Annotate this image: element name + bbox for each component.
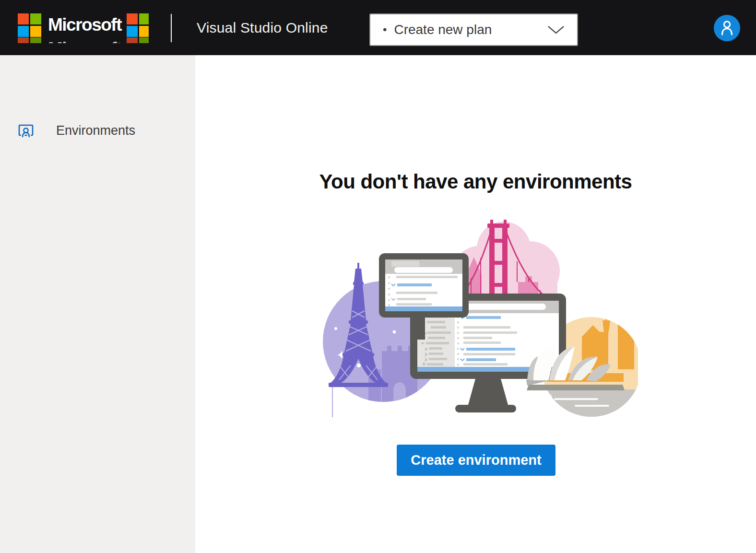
chevron-down-icon (547, 25, 565, 35)
microsoft-logo-tile: Microsoft (18, 13, 127, 37)
plan-selector-value: Create new plan (394, 22, 492, 37)
logo-square-red (18, 37, 29, 44)
logo-square-green (30, 37, 41, 44)
plan-bullet: • (383, 24, 387, 35)
microsoft-squares-icon (127, 37, 149, 44)
empty-state-illustration (312, 211, 638, 417)
logo-square-red (127, 37, 138, 44)
topbar: Microsoft Microsoft Microsoft Microsoft … (0, 0, 756, 55)
microsoft-squares-icon (127, 13, 149, 37)
create-environment-button[interactable]: Create environment Create environment (397, 445, 555, 476)
sidebar-item-label: Environments (56, 123, 135, 138)
microsoft-squares-icon (18, 13, 41, 37)
microsoft-logo-tile-repeat: Microsoft (127, 13, 149, 37)
logo-square-yellow (139, 26, 149, 37)
logo-square-green (139, 37, 149, 44)
microsoft-wordmark: Microsoft (48, 38, 121, 43)
microsoft-logo-tile-clipped: Microsoft (127, 37, 149, 43)
microsoft-logo-tile-clipped: Microsoft (18, 37, 127, 43)
create-environment-label: Create environment (411, 452, 541, 468)
logo-square-blue (127, 26, 138, 37)
microsoft-logo[interactable]: Microsoft Microsoft Microsoft Microsoft (18, 13, 149, 43)
small-monitor (379, 253, 469, 318)
logo-square-blue (18, 26, 29, 37)
microsoft-squares-icon (18, 37, 41, 44)
logo-square-green (139, 13, 149, 24)
logo-square-yellow (30, 26, 41, 37)
microsoft-wordmark: Microsoft (48, 14, 121, 35)
plan-selector-dropdown[interactable]: • Create new plan (369, 13, 578, 46)
environments-person-frame-icon (18, 122, 34, 139)
page-title: Visual Studio Online (197, 0, 328, 55)
logo-square-red (18, 13, 29, 24)
world-landmarks-illustration (312, 211, 638, 417)
sidebar: Environments (0, 55, 195, 553)
logo-square-red (127, 13, 138, 24)
header-divider (171, 14, 172, 42)
sidebar-item-environments[interactable]: Environments (0, 114, 195, 147)
person-icon (714, 15, 740, 41)
empty-state-title: You don't have any environments (195, 170, 756, 193)
logo-square-green (30, 13, 41, 24)
button-ghost-label: Create environment (397, 445, 555, 449)
user-avatar-button[interactable] (714, 15, 740, 41)
